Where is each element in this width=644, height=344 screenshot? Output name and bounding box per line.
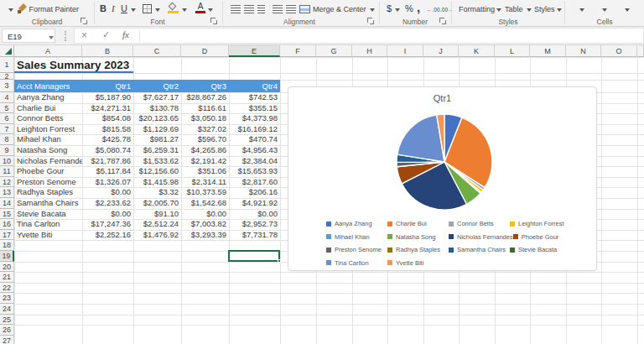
sales-value-cell[interactable]: $0.00	[229, 209, 280, 220]
sales-value-cell[interactable]: $7,627.17	[133, 92, 181, 103]
select-all-corner[interactable]	[0, 45, 14, 57]
column-header-I[interactable]: I	[387, 45, 423, 57]
sales-value-cell[interactable]: $1,533.62	[133, 156, 181, 167]
row-header-5[interactable]: 5	[0, 103, 14, 114]
manager-name-cell[interactable]: Connor Betts	[14, 113, 82, 124]
manager-name-cell[interactable]: Tina Carlton	[14, 219, 82, 230]
legend-item[interactable]: Mihael Khan	[326, 233, 387, 241]
sales-value-cell[interactable]: $2,384.04	[229, 156, 280, 167]
sales-value-cell[interactable]: $2,314.11	[181, 177, 229, 188]
manager-name-cell[interactable]: Nicholas Fernandes	[14, 156, 82, 167]
row-header-4[interactable]: 4	[0, 92, 14, 103]
format-as-table-chevron[interactable]	[527, 8, 532, 12]
sales-value-cell[interactable]: $742.53	[229, 92, 280, 103]
sales-value-cell[interactable]: $0.00	[82, 209, 133, 220]
format-as-table-button[interactable]: Table	[505, 5, 523, 13]
column-header-K[interactable]: K	[459, 45, 495, 57]
row-header-15[interactable]: 15	[0, 209, 14, 220]
italic-button[interactable]: I	[112, 3, 115, 13]
column-header-A[interactable]: A	[14, 45, 82, 57]
sales-value-cell[interactable]: $2,952.73	[229, 219, 280, 230]
sales-value-cell[interactable]: $3,050.18	[181, 113, 229, 124]
borders-dropdown-chevron[interactable]	[155, 8, 160, 12]
merge-center-label[interactable]: Merge & Center	[313, 5, 366, 13]
row-header-3[interactable]: 3	[0, 80, 14, 92]
sales-value-cell[interactable]: $854.08	[82, 113, 133, 124]
sales-value-cell[interactable]: $21,787.86	[82, 156, 133, 167]
sales-value-cell[interactable]: $4,265.86	[181, 145, 229, 156]
row-header-26[interactable]: 26	[0, 325, 14, 336]
legend-item[interactable]: Leighton Forrest	[510, 220, 571, 227]
sales-value-cell[interactable]: $5,117.84	[82, 166, 133, 177]
manager-name-cell[interactable]: Leighton Forrest	[14, 124, 82, 135]
sales-value-cell[interactable]: $355.15	[229, 103, 280, 114]
bold-button[interactable]: B	[100, 3, 106, 13]
accounting-format-button[interactable]: $	[387, 3, 392, 13]
manager-name-cell[interactable]: Aanya Zhang	[14, 92, 82, 103]
clipboard-dialog-launcher-icon[interactable]	[80, 18, 87, 24]
sales-value-cell[interactable]: $3,293.39	[181, 230, 229, 241]
column-header-C[interactable]: C	[133, 45, 181, 57]
sales-value-cell[interactable]: $815.58	[82, 124, 133, 135]
legend-item[interactable]: Radhya Staples	[387, 246, 449, 253]
underline-button[interactable]: U	[121, 3, 127, 13]
sales-value-cell[interactable]: $596.70	[181, 134, 229, 145]
sales-value-cell[interactable]: $5,187.90	[82, 92, 133, 103]
sales-value-cell[interactable]: $15,653.93	[229, 166, 280, 177]
column-header-F[interactable]: F	[280, 45, 316, 57]
format-painter-button[interactable]: Format Painter	[18, 3, 79, 13]
decrease-indent-icon[interactable]	[273, 5, 283, 13]
sales-value-cell[interactable]: $1,326.07	[82, 177, 133, 188]
column-header-stub[interactable]	[637, 45, 644, 57]
column-header-L[interactable]: L	[495, 45, 530, 57]
row-header-1[interactable]: 1	[0, 57, 14, 73]
row-header-6[interactable]: 6	[0, 113, 14, 124]
fill-color-icon[interactable]	[168, 3, 179, 13]
row-header-23[interactable]: 23	[0, 293, 14, 304]
row-header-24[interactable]: 24	[0, 304, 14, 315]
manager-name-cell[interactable]: Stevie Bacata	[14, 209, 82, 220]
font-dialog-launcher-icon[interactable]	[210, 18, 217, 24]
sales-value-cell[interactable]: $1,476.92	[133, 230, 181, 241]
manager-name-cell[interactable]: Mihael Khan	[14, 134, 82, 145]
row-header-11[interactable]: 11	[0, 166, 14, 177]
manager-name-cell[interactable]: Yvette Biti	[14, 230, 82, 241]
column-header-J[interactable]: J	[423, 45, 459, 57]
row-header-10[interactable]: 10	[0, 156, 14, 167]
manager-name-cell[interactable]: Natasha Song	[14, 145, 82, 156]
sales-value-cell[interactable]: $5,080.74	[82, 145, 133, 156]
alignment-dialog-launcher-icon[interactable]	[367, 18, 374, 24]
sales-value-cell[interactable]: $2,252.16	[82, 230, 133, 241]
row-header-17[interactable]: 17	[0, 230, 14, 241]
sales-value-cell[interactable]: $6,259.31	[133, 145, 181, 156]
sales-value-cell[interactable]: $3.32	[133, 187, 181, 198]
manager-name-cell[interactable]: Radhya Staples	[14, 187, 82, 198]
format-cells-chevron[interactable]	[625, 8, 630, 12]
accounting-format-dropdown-chevron[interactable]	[395, 8, 400, 12]
manager-name-cell[interactable]: Preston Senome	[14, 177, 82, 188]
pie-chart[interactable]: Qtr1 Aanya ZhangCharlie BuiConnor BettsL…	[288, 86, 597, 271]
sales-value-cell[interactable]: $7,731.78	[229, 230, 280, 241]
comma-style-button[interactable]: ,	[417, 0, 420, 14]
sales-value-cell[interactable]: $0.00	[181, 209, 229, 220]
sales-value-cell[interactable]: $24,271.31	[82, 103, 133, 114]
row-header-9[interactable]: 9	[0, 145, 14, 156]
pie-plot-area[interactable]	[288, 87, 598, 272]
sales-value-cell[interactable]: $0.00	[82, 187, 133, 198]
sales-value-cell[interactable]: $327.02	[181, 124, 229, 135]
insert-cells-chevron[interactable]	[579, 8, 584, 12]
sales-value-cell[interactable]: $1,542.68	[181, 198, 229, 209]
row-header-19[interactable]: 19	[0, 251, 14, 262]
column-header-N[interactable]: N	[566, 45, 601, 57]
cell-styles-chevron[interactable]	[557, 8, 562, 12]
row-header-16[interactable]: 16	[0, 219, 14, 230]
row-header-27[interactable]: 27	[0, 336, 14, 344]
column-header-M[interactable]: M	[530, 45, 566, 57]
font-color-dropdown-chevron[interactable]	[208, 8, 213, 12]
sales-value-cell[interactable]: $4,921.92	[229, 198, 280, 209]
legend-item[interactable]: Natasha Song	[387, 233, 449, 241]
borders-icon[interactable]	[143, 4, 152, 13]
underline-dropdown-chevron[interactable]	[131, 8, 136, 12]
sales-value-cell[interactable]: $351.06	[181, 166, 229, 177]
sales-value-cell[interactable]: $20,123.65	[133, 113, 181, 124]
